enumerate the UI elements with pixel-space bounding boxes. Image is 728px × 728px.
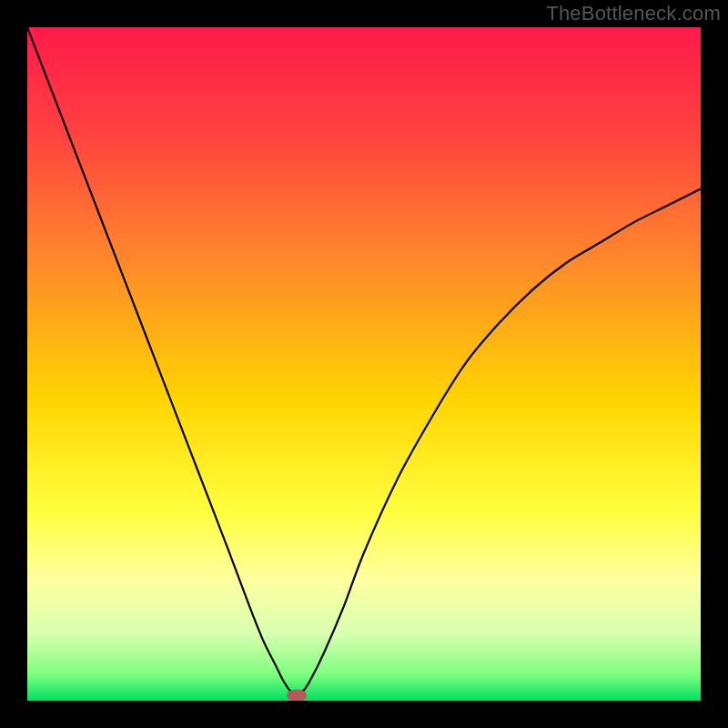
chart-frame: TheBottleneck.com: [0, 0, 728, 728]
chart-svg: [27, 27, 701, 701]
gradient-background: [27, 27, 701, 701]
plot-area: [27, 27, 701, 701]
watermark-text: TheBottleneck.com: [546, 2, 721, 25]
